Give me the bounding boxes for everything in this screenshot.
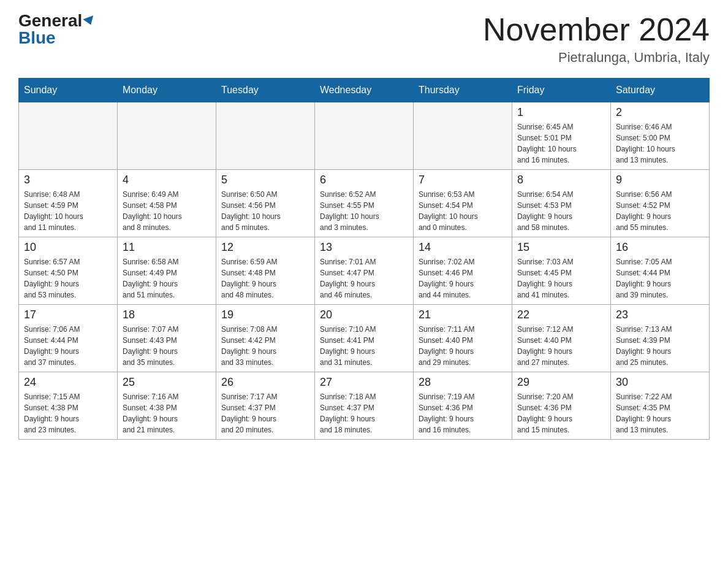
day-info: Sunrise: 7:20 AMSunset: 4:36 PMDaylight:… <box>517 391 605 435</box>
calendar-cell: 9Sunrise: 6:56 AMSunset: 4:52 PMDaylight… <box>611 170 710 237</box>
calendar-cell: 2Sunrise: 6:46 AMSunset: 5:00 PMDaylight… <box>611 102 710 170</box>
day-number: 11 <box>123 241 211 254</box>
calendar-cell: 30Sunrise: 7:22 AMSunset: 4:35 PMDayligh… <box>611 372 710 440</box>
calendar-cell: 16Sunrise: 7:05 AMSunset: 4:44 PMDayligh… <box>611 237 710 305</box>
day-number: 26 <box>221 376 309 389</box>
day-info: Sunrise: 7:02 AMSunset: 4:46 PMDaylight:… <box>419 256 507 301</box>
day-info: Sunrise: 7:19 AMSunset: 4:36 PMDaylight:… <box>419 391 507 435</box>
day-number: 2 <box>616 106 704 119</box>
day-info: Sunrise: 7:07 AMSunset: 4:43 PMDaylight:… <box>123 324 211 368</box>
day-number: 13 <box>320 241 408 254</box>
calendar-header-saturday: Saturday <box>611 79 710 102</box>
day-number: 29 <box>517 376 605 389</box>
calendar-week-row: 1Sunrise: 6:45 AMSunset: 5:01 PMDaylight… <box>19 102 710 170</box>
day-info: Sunrise: 6:46 AMSunset: 5:00 PMDaylight:… <box>616 121 704 166</box>
day-info: Sunrise: 6:59 AMSunset: 4:48 PMDaylight:… <box>221 256 309 301</box>
day-number: 21 <box>419 308 507 321</box>
day-number: 24 <box>24 376 112 389</box>
day-number: 18 <box>123 308 211 321</box>
calendar-header-wednesday: Wednesday <box>315 79 414 102</box>
page-header: General Blue November 2024 Pietralunga, … <box>18 12 710 66</box>
calendar-cell: 11Sunrise: 6:58 AMSunset: 4:49 PMDayligh… <box>118 237 216 305</box>
day-number: 7 <box>419 174 507 186</box>
day-number: 14 <box>419 241 507 254</box>
calendar-cell: 3Sunrise: 6:48 AMSunset: 4:59 PMDaylight… <box>19 170 118 237</box>
day-info: Sunrise: 6:45 AMSunset: 5:01 PMDaylight:… <box>517 121 605 166</box>
calendar-cell <box>414 102 512 170</box>
day-info: Sunrise: 6:48 AMSunset: 4:59 PMDaylight:… <box>24 189 112 233</box>
calendar-cell: 5Sunrise: 6:50 AMSunset: 4:56 PMDaylight… <box>216 170 315 237</box>
day-info: Sunrise: 7:08 AMSunset: 4:42 PMDaylight:… <box>221 324 309 368</box>
day-info: Sunrise: 6:49 AMSunset: 4:58 PMDaylight:… <box>123 189 211 233</box>
calendar-week-row: 24Sunrise: 7:15 AMSunset: 4:38 PMDayligh… <box>19 372 710 440</box>
calendar-cell: 4Sunrise: 6:49 AMSunset: 4:58 PMDaylight… <box>118 170 216 237</box>
day-info: Sunrise: 7:10 AMSunset: 4:41 PMDaylight:… <box>320 324 408 368</box>
day-number: 25 <box>123 376 211 389</box>
day-number: 15 <box>517 241 605 254</box>
calendar-cell: 20Sunrise: 7:10 AMSunset: 4:41 PMDayligh… <box>315 305 414 372</box>
day-info: Sunrise: 6:56 AMSunset: 4:52 PMDaylight:… <box>616 189 704 233</box>
calendar-header-thursday: Thursday <box>414 79 512 102</box>
calendar-cell: 25Sunrise: 7:16 AMSunset: 4:38 PMDayligh… <box>118 372 216 440</box>
day-number: 27 <box>320 376 408 389</box>
day-info: Sunrise: 7:13 AMSunset: 4:39 PMDaylight:… <box>616 324 704 368</box>
day-info: Sunrise: 6:50 AMSunset: 4:56 PMDaylight:… <box>221 189 309 233</box>
calendar-cell <box>216 102 315 170</box>
calendar-table: SundayMondayTuesdayWednesdayThursdayFrid… <box>18 78 710 440</box>
calendar-header-friday: Friday <box>512 79 611 102</box>
day-info: Sunrise: 7:12 AMSunset: 4:40 PMDaylight:… <box>517 324 605 368</box>
day-number: 17 <box>24 308 112 321</box>
calendar-header-tuesday: Tuesday <box>216 79 315 102</box>
calendar-week-row: 3Sunrise: 6:48 AMSunset: 4:59 PMDaylight… <box>19 170 710 237</box>
calendar-cell: 18Sunrise: 7:07 AMSunset: 4:43 PMDayligh… <box>118 305 216 372</box>
calendar-cell: 13Sunrise: 7:01 AMSunset: 4:47 PMDayligh… <box>315 237 414 305</box>
day-info: Sunrise: 7:11 AMSunset: 4:40 PMDaylight:… <box>419 324 507 368</box>
day-number: 10 <box>24 241 112 254</box>
day-info: Sunrise: 6:57 AMSunset: 4:50 PMDaylight:… <box>24 256 112 301</box>
day-number: 12 <box>221 241 309 254</box>
logo: General Blue <box>18 12 95 47</box>
day-info: Sunrise: 6:58 AMSunset: 4:49 PMDaylight:… <box>123 256 211 301</box>
calendar-cell: 28Sunrise: 7:19 AMSunset: 4:36 PMDayligh… <box>414 372 512 440</box>
calendar-week-row: 10Sunrise: 6:57 AMSunset: 4:50 PMDayligh… <box>19 237 710 305</box>
calendar-cell: 15Sunrise: 7:03 AMSunset: 4:45 PMDayligh… <box>512 237 611 305</box>
calendar-cell: 27Sunrise: 7:18 AMSunset: 4:37 PMDayligh… <box>315 372 414 440</box>
title-section: November 2024 Pietralunga, Umbria, Italy <box>483 12 710 66</box>
calendar-cell <box>315 102 414 170</box>
day-info: Sunrise: 7:05 AMSunset: 4:44 PMDaylight:… <box>616 256 704 301</box>
month-title: November 2024 <box>483 12 710 47</box>
calendar-cell: 21Sunrise: 7:11 AMSunset: 4:40 PMDayligh… <box>414 305 512 372</box>
day-number: 6 <box>320 174 408 186</box>
calendar-cell: 6Sunrise: 6:52 AMSunset: 4:55 PMDaylight… <box>315 170 414 237</box>
day-number: 20 <box>320 308 408 321</box>
day-number: 1 <box>517 106 605 119</box>
day-number: 3 <box>24 174 112 186</box>
calendar-cell: 19Sunrise: 7:08 AMSunset: 4:42 PMDayligh… <box>216 305 315 372</box>
calendar-cell <box>118 102 216 170</box>
calendar-cell: 26Sunrise: 7:17 AMSunset: 4:37 PMDayligh… <box>216 372 315 440</box>
calendar-header-sunday: Sunday <box>19 79 118 102</box>
day-info: Sunrise: 7:17 AMSunset: 4:37 PMDaylight:… <box>221 391 309 435</box>
calendar-cell: 12Sunrise: 6:59 AMSunset: 4:48 PMDayligh… <box>216 237 315 305</box>
day-info: Sunrise: 7:22 AMSunset: 4:35 PMDaylight:… <box>616 391 704 435</box>
calendar-cell: 7Sunrise: 6:53 AMSunset: 4:54 PMDaylight… <box>414 170 512 237</box>
calendar-week-row: 17Sunrise: 7:06 AMSunset: 4:44 PMDayligh… <box>19 305 710 372</box>
day-number: 22 <box>517 308 605 321</box>
day-number: 9 <box>616 174 704 186</box>
calendar-header-monday: Monday <box>118 79 216 102</box>
calendar-cell: 23Sunrise: 7:13 AMSunset: 4:39 PMDayligh… <box>611 305 710 372</box>
calendar-cell: 29Sunrise: 7:20 AMSunset: 4:36 PMDayligh… <box>512 372 611 440</box>
logo-arrow-icon <box>83 15 96 26</box>
day-info: Sunrise: 7:15 AMSunset: 4:38 PMDaylight:… <box>24 391 112 435</box>
day-info: Sunrise: 6:52 AMSunset: 4:55 PMDaylight:… <box>320 189 408 233</box>
logo-general-text: General <box>18 12 82 29</box>
day-number: 19 <box>221 308 309 321</box>
calendar-cell: 8Sunrise: 6:54 AMSunset: 4:53 PMDaylight… <box>512 170 611 237</box>
day-number: 8 <box>517 174 605 186</box>
day-number: 30 <box>616 376 704 389</box>
logo-blue-text: Blue <box>18 28 56 47</box>
calendar-header-row: SundayMondayTuesdayWednesdayThursdayFrid… <box>19 79 710 102</box>
day-info: Sunrise: 6:54 AMSunset: 4:53 PMDaylight:… <box>517 189 605 233</box>
calendar-cell <box>19 102 118 170</box>
day-number: 28 <box>419 376 507 389</box>
